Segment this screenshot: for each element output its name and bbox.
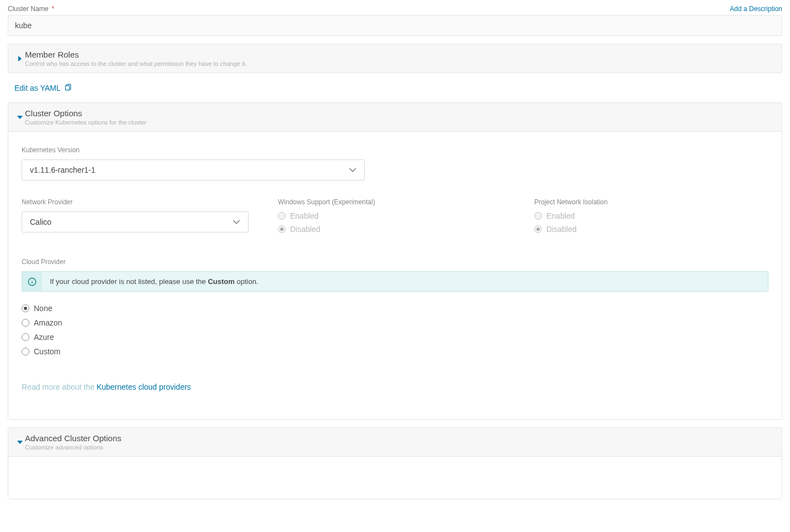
advanced-sub: Customize advanced options	[25, 444, 775, 451]
project-isolation-enabled-radio: Enabled	[534, 211, 768, 220]
edit-as-yaml-label: Edit as YAML	[14, 84, 61, 92]
network-provider-select[interactable]: Calico	[22, 211, 249, 233]
cloud-provider-info-text: If your cloud provider is not listed, pl…	[42, 272, 266, 291]
project-isolation-disabled-radio: Disabled	[534, 225, 768, 234]
windows-support-enabled-radio: Enabled	[278, 211, 512, 220]
info-icon	[22, 272, 42, 291]
windows-support-label: Windows Support (Experimental)	[278, 198, 512, 206]
chevron-down-icon	[15, 115, 25, 120]
radio-icon	[534, 225, 542, 233]
network-provider-label: Network Provider	[22, 198, 256, 206]
cloud-provider-label: Cloud Provider	[22, 258, 768, 266]
cluster-options-title: Cluster Options	[25, 109, 775, 118]
cluster-name-label: Cluster Name	[8, 5, 48, 13]
svg-marker-0	[18, 56, 22, 61]
member-roles-sub: Control who has access to the cluster an…	[25, 60, 775, 67]
radio-icon	[22, 304, 29, 312]
cluster-options-toggle[interactable]: Cluster Options Customize Kubernetes opt…	[8, 103, 782, 131]
windows-support-disabled-radio: Disabled	[278, 225, 512, 234]
readmore-prefix: Read more about the	[22, 383, 96, 391]
required-asterisk: *	[51, 4, 54, 13]
clipboard-icon	[64, 83, 72, 92]
chevron-down-icon	[233, 218, 240, 226]
radio-icon	[22, 333, 29, 341]
k8s-version-select[interactable]: v1.11.6-rancher1-1	[22, 159, 365, 180]
cloud-provider-custom-radio[interactable]: Custom	[22, 347, 768, 356]
chevron-down-icon	[349, 166, 357, 174]
project-isolation-label: Project Network Isolation	[534, 198, 768, 206]
chevron-right-icon	[15, 56, 25, 61]
cloud-provider-option-label: Custom	[34, 347, 60, 356]
cluster-options-panel: Cluster Options Customize Kubernetes opt…	[8, 102, 782, 420]
k8s-version-label: Kubernetes Version	[22, 146, 768, 154]
radio-icon	[534, 212, 542, 220]
cloud-provider-none-radio[interactable]: None	[22, 304, 768, 313]
cloud-provider-amazon-radio[interactable]: Amazon	[22, 318, 768, 327]
isolation-enabled-label: Enabled	[546, 211, 575, 220]
cloud-provider-option-label: Azure	[34, 333, 54, 342]
radio-icon	[278, 225, 286, 233]
cloud-provider-azure-radio[interactable]: Azure	[22, 333, 768, 342]
radio-icon	[278, 212, 286, 220]
chevron-down-icon	[15, 440, 25, 445]
add-description-link[interactable]: Add a Description	[730, 5, 782, 13]
cloud-provider-info-banner: If your cloud provider is not listed, pl…	[22, 271, 768, 292]
advanced-cluster-options-panel: Advanced Cluster Options Customize advan…	[8, 427, 782, 499]
member-roles-toggle[interactable]: Member Roles Control who has access to t…	[8, 44, 782, 73]
radio-icon	[22, 319, 29, 327]
windows-disabled-label: Disabled	[290, 225, 320, 234]
cluster-name-input[interactable]	[8, 15, 782, 36]
cloud-provider-option-label: None	[34, 304, 52, 313]
advanced-title: Advanced Cluster Options	[25, 433, 775, 443]
radio-icon	[22, 348, 29, 355]
cloud-provider-readmore: Read more about the Kubernetes cloud pro…	[22, 383, 768, 391]
windows-enabled-label: Enabled	[290, 211, 318, 220]
cluster-options-sub: Customize Kubernetes options for the clu…	[25, 119, 775, 126]
cloud-provider-list: None Amazon Azure Custom	[22, 304, 768, 356]
network-provider-value: Calico	[30, 218, 51, 226]
cloud-provider-option-label: Amazon	[34, 318, 62, 327]
k8s-cloud-providers-link[interactable]: Kubernetes cloud providers	[96, 383, 190, 391]
svg-marker-3	[17, 116, 23, 119]
svg-marker-7	[17, 441, 23, 444]
advanced-cluster-options-toggle[interactable]: Advanced Cluster Options Customize advan…	[8, 428, 782, 456]
k8s-version-value: v1.11.6-rancher1-1	[30, 166, 95, 174]
member-roles-title: Member Roles	[25, 50, 775, 59]
member-roles-panel: Member Roles Control who has access to t…	[8, 44, 782, 73]
isolation-disabled-label: Disabled	[546, 225, 576, 234]
edit-as-yaml-link[interactable]: Edit as YAML	[14, 83, 72, 92]
svg-rect-2	[65, 86, 69, 90]
